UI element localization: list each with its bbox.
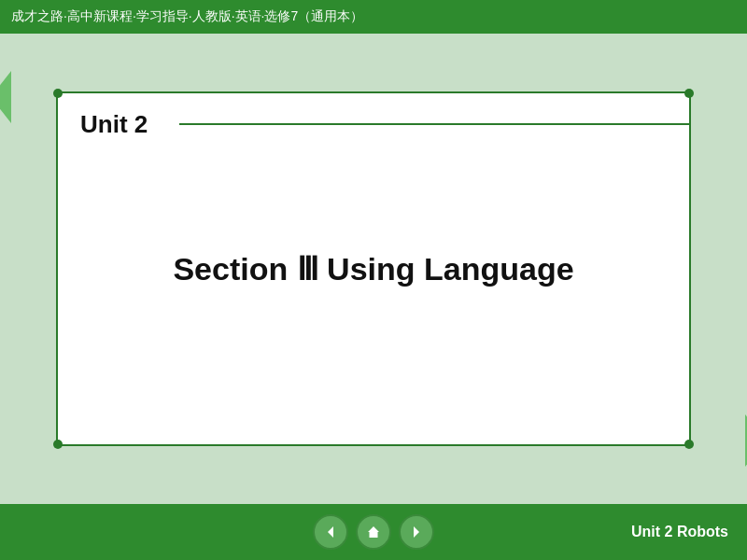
prev-button[interactable] [313,514,348,550]
home-icon [365,524,382,540]
unit-label: Unit 2 [80,110,148,139]
next-button[interactable] [399,514,434,550]
next-icon [408,524,425,540]
chevron-left-3 [0,71,11,123]
header-bar: 成才之路·高中新课程·学习指导·人教版·英语·选修7（通用本） [0,0,747,34]
left-chevrons-decoration [0,71,11,123]
corner-dot-br [684,440,694,449]
main-content: Unit 2 Section Ⅲ Using Language [0,34,747,504]
content-card: Unit 2 Section Ⅲ Using Language [56,91,691,446]
footer-bar: Unit 2 Robots [0,504,747,560]
corner-dot-bl [53,440,63,449]
nav-buttons-group [313,514,434,550]
section-title: Section Ⅲ Using Language [173,250,573,287]
home-button[interactable] [356,514,391,550]
corner-dot-tr [684,89,694,98]
prev-icon [322,524,339,540]
svg-marker-0 [328,526,333,538]
header-title: 成才之路·高中新课程·学习指导·人教版·英语·选修7（通用本） [11,8,363,25]
footer-unit-label: Unit 2 Robots [631,524,728,540]
svg-marker-2 [414,526,419,538]
horizontal-divider [179,123,689,125]
corner-dot-tl [53,89,63,98]
svg-marker-1 [368,526,379,538]
